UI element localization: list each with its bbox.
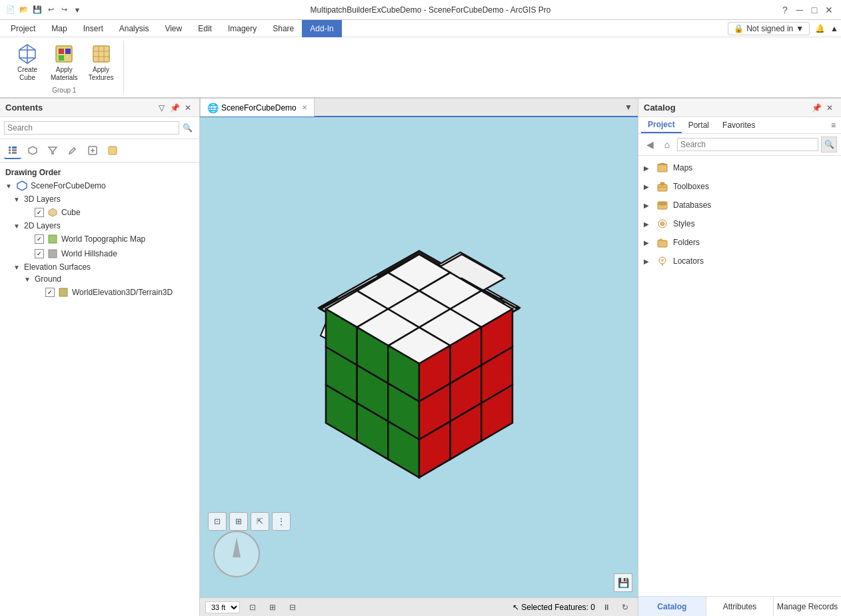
tab-insert[interactable]: Insert <box>75 20 111 37</box>
title-bar-left: 📄 📂 💾 ↩ ↪ ▼ <box>5 5 83 15</box>
catalog-item-styles[interactable]: ▶ Styles <box>638 214 841 233</box>
apply-materials-button[interactable]: ApplyMaterials <box>47 41 82 85</box>
catalog-tab-portal[interactable]: Portal <box>682 118 716 133</box>
nav-more-button[interactable]: ⋮ <box>272 512 291 531</box>
compass[interactable] <box>213 531 260 577</box>
quick-access-more[interactable]: ▼ <box>72 5 83 15</box>
create-cube-button[interactable]: CreateCube <box>11 41 44 85</box>
catalog-pin-icon[interactable]: 📌 <box>810 102 822 114</box>
scene-tab-close-icon[interactable]: ✕ <box>302 104 307 111</box>
tree-item-world-hillshade[interactable]: ✓ World Hillshade <box>0 246 199 261</box>
svg-rect-16 <box>9 152 11 154</box>
refresh-button[interactable]: ↻ <box>618 600 632 615</box>
maximize-button[interactable]: □ <box>808 3 821 17</box>
scene-viewport[interactable]: ⊡ ⊞ ⇱ ⋮ 💾 <box>200 117 638 597</box>
tab-share[interactable]: Share <box>265 20 302 37</box>
apply-textures-button[interactable]: ApplyTextures <box>85 41 118 85</box>
contents-paint-button[interactable] <box>104 142 121 159</box>
catalog-item-folders[interactable]: ▶ Folders <box>638 233 841 252</box>
contents-3d-view-button[interactable] <box>24 142 41 159</box>
tab-imagery[interactable]: Imagery <box>220 20 265 37</box>
ribbon-tab-bar: Project Map Insert Analysis View Edit Im… <box>0 20 841 37</box>
contents-close-icon[interactable]: ✕ <box>182 102 194 114</box>
tree-item-3d-layers[interactable]: ▼ 3D Layers <box>0 193 199 205</box>
catalog-search-button[interactable]: 🔍 <box>821 137 837 153</box>
catalog-tab-menu-icon[interactable]: ≡ <box>828 118 838 133</box>
catalog-search-input[interactable] <box>677 138 818 151</box>
tree-item-world-elevation[interactable]: ✓ WorldElevation3D/Terrain3D <box>0 285 199 300</box>
world-elevation-checkbox[interactable]: ✓ <box>45 288 55 297</box>
contents-list-view-button[interactable] <box>4 142 21 159</box>
scene-expand-icon: ▼ <box>5 182 13 190</box>
scene-label: SceneForCubeDemo <box>31 181 106 190</box>
help-button[interactable]: ? <box>778 3 792 17</box>
svg-marker-60 <box>658 163 667 164</box>
tab-project[interactable]: Project <box>3 20 43 37</box>
world-topo-checkbox[interactable]: ✓ <box>35 234 44 244</box>
catalog-home-button[interactable]: ⌂ <box>660 137 674 152</box>
tree-item-world-topo[interactable]: ✓ World Topographic Map <box>0 232 199 246</box>
contents-filter-button[interactable] <box>44 142 61 159</box>
quick-access-undo[interactable]: ↩ <box>45 5 56 15</box>
compass-arrow <box>233 537 241 557</box>
catalog-tab-project[interactable]: Project <box>641 117 682 133</box>
svg-rect-5 <box>59 49 64 54</box>
contents-search-input[interactable] <box>4 121 179 135</box>
nav-home-button[interactable]: ⇱ <box>251 512 269 531</box>
nav-extent-button[interactable]: ⊡ <box>208 512 227 531</box>
tree-item-elevation-surfaces[interactable]: ▼ Elevation Surfaces <box>0 261 199 273</box>
catalog-title: Catalog <box>644 103 676 113</box>
contents-edit-button[interactable] <box>64 142 81 159</box>
tab-view[interactable]: View <box>157 20 190 37</box>
tab-map[interactable]: Map <box>43 20 75 37</box>
quick-access-open[interactable]: 📂 <box>19 5 29 15</box>
catalog-item-locators[interactable]: ▶ Locators <box>638 252 841 270</box>
catalog-item-maps[interactable]: ▶ Maps <box>638 158 841 177</box>
pause-button[interactable]: ⏸ <box>599 600 614 615</box>
locators-expand-icon: ▶ <box>644 258 652 265</box>
scene-tab-sceneforcubedemo[interactable]: 🌐 SceneForCubeDemo ✕ <box>200 98 315 117</box>
minimize-button[interactable]: ─ <box>793 3 806 17</box>
world-hillshade-checkbox[interactable]: ✓ <box>35 249 44 258</box>
catalog-back-button[interactable]: ◀ <box>642 137 657 152</box>
zoom-extent-icon[interactable]: ⊡ <box>245 600 260 615</box>
contents-add-button[interactable] <box>84 142 101 159</box>
styles-expand-icon: ▶ <box>644 220 652 228</box>
cube-checkbox[interactable]: ✓ <box>35 208 44 217</box>
contents-pin-icon[interactable]: 📌 <box>169 102 181 114</box>
quick-access-save[interactable]: 💾 <box>32 5 43 15</box>
svg-marker-69 <box>658 238 663 240</box>
2d-layers-label: 2D Layers <box>24 221 61 230</box>
contents-filter-icon[interactable]: ▽ <box>155 102 167 114</box>
databases-expand-icon: ▶ <box>644 202 652 209</box>
nav-zoom-fit-button[interactable]: ⊞ <box>229 512 248 531</box>
tab-analysis[interactable]: Analysis <box>111 20 157 37</box>
ground-label: Ground <box>35 274 61 284</box>
close-button[interactable]: ✕ <box>822 3 836 17</box>
quick-access-redo[interactable]: ↪ <box>59 5 69 15</box>
quick-access-new[interactable]: 📄 <box>5 5 16 15</box>
zoom-table-icon[interactable]: ⊟ <box>285 600 300 615</box>
catalog-item-toolboxes[interactable]: ▶ Toolboxes <box>638 177 841 196</box>
tree-item-2d-layers[interactable]: ▼ 2D Layers <box>0 220 199 232</box>
catalog-footer-tab-manage-records[interactable]: Manage Records <box>774 597 841 616</box>
catalog-footer-tab-catalog[interactable]: Catalog <box>638 597 706 616</box>
tree-item-ground[interactable]: ▼ Ground <box>0 273 199 285</box>
catalog-tab-favorites[interactable]: Favorites <box>716 118 762 133</box>
zoom-level-select[interactable]: 33 ft <box>205 601 240 613</box>
tab-edit[interactable]: Edit <box>190 20 220 37</box>
sign-in-button[interactable]: 🔒 Not signed in ▼ <box>728 22 810 35</box>
catalog-item-databases[interactable]: ▶ Databases <box>638 196 841 214</box>
tab-addin[interactable]: Add-In <box>302 20 341 37</box>
save-map-button[interactable]: 💾 <box>614 573 632 592</box>
contents-search-button[interactable]: 🔍 <box>179 120 195 136</box>
chevron-up-icon[interactable]: ▲ <box>830 24 838 33</box>
scene-down-icon[interactable]: ▼ <box>622 101 635 114</box>
tree-item-cube[interactable]: ✓ Cube <box>0 205 199 220</box>
catalog-close-icon[interactable]: ✕ <box>824 102 836 114</box>
tree-item-scene-root[interactable]: ▼ SceneForCubeDemo <box>0 178 199 193</box>
catalog-footer-tab-attributes[interactable]: Attributes <box>706 597 774 616</box>
svg-rect-8 <box>65 55 71 61</box>
zoom-grid-icon[interactable]: ⊞ <box>265 600 280 615</box>
bell-icon[interactable]: 🔔 <box>815 24 825 33</box>
